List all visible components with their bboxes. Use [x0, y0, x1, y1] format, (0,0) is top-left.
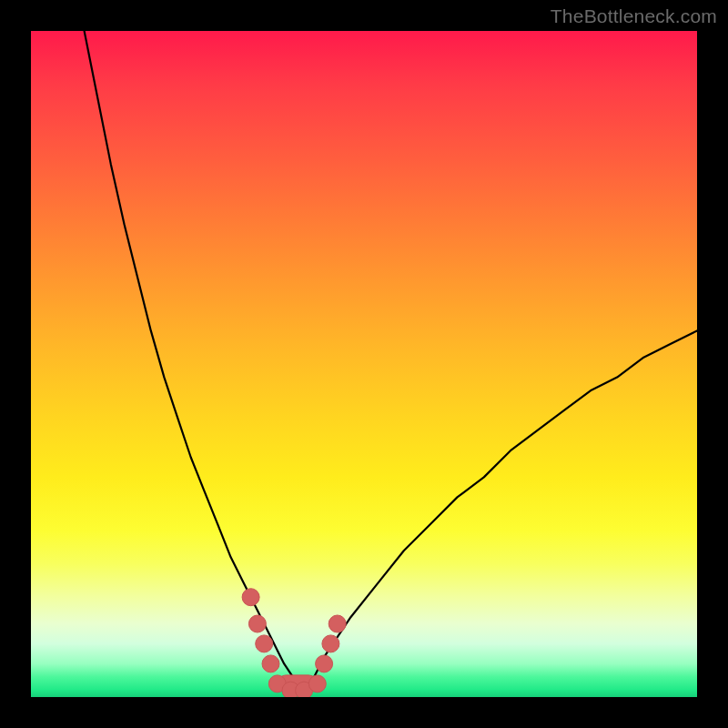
threshold-marker — [256, 635, 273, 652]
bottleneck-curve — [85, 31, 697, 683]
chart-svg — [31, 31, 697, 697]
plot-area — [31, 31, 697, 697]
chart-frame: TheBottleneck.com — [0, 0, 728, 728]
threshold-marker — [248, 615, 266, 632]
threshold-marker — [242, 589, 259, 606]
threshold-markers — [242, 589, 346, 697]
watermark-text: TheBottleneck.com — [551, 5, 717, 27]
threshold-marker — [329, 615, 346, 632]
threshold-marker — [316, 655, 333, 672]
threshold-marker — [262, 655, 279, 672]
threshold-marker — [308, 675, 326, 693]
threshold-marker — [322, 635, 339, 652]
